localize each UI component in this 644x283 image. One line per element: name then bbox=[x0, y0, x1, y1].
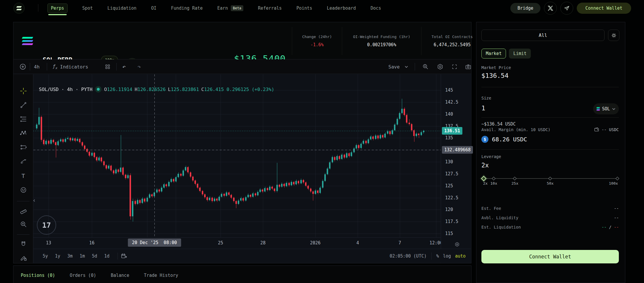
save-chevron-button[interactable] bbox=[405, 59, 408, 74]
percent-scale-toggle[interactable]: % bbox=[436, 253, 439, 259]
leverage-mark-100x[interactable] bbox=[616, 177, 619, 181]
ruler-tool[interactable] bbox=[20, 207, 27, 214]
market-filter-select[interactable]: All bbox=[481, 30, 605, 41]
connect-wallet-nav-button[interactable]: Connect Wallet bbox=[577, 3, 631, 14]
bottombar-divider bbox=[118, 253, 118, 260]
fullscreen-button[interactable] bbox=[452, 59, 457, 74]
tab-trade-history[interactable]: Trade History bbox=[144, 266, 178, 283]
chart-legend: SOL/USD · 4h · PYTH O126.11914H126.82652… bbox=[39, 86, 274, 92]
stat-col: Total OI Contracts6,474,252.5495 bbox=[421, 35, 483, 47]
bottombar-divider bbox=[431, 253, 432, 260]
nav-item-liquidation[interactable]: Liquidation bbox=[107, 6, 136, 11]
last-price-badge: 136.51 bbox=[442, 127, 462, 135]
candlestick-chart[interactable] bbox=[33, 74, 441, 237]
estimate-rows: Est. Fee--Avbl. Liquidity--Est. Liquidat… bbox=[481, 206, 619, 229]
brush-tool[interactable] bbox=[20, 158, 27, 165]
layout-grid-button[interactable] bbox=[105, 59, 111, 74]
x-social-button[interactable] bbox=[544, 2, 557, 15]
order-type-limit[interactable]: Limit bbox=[509, 49, 531, 59]
magnet-tool[interactable] bbox=[20, 241, 27, 248]
range-button-1m[interactable]: 1m bbox=[78, 253, 87, 260]
forecast-tool[interactable] bbox=[20, 144, 27, 151]
estimate-label: Est. Fee bbox=[481, 206, 501, 211]
time-axis[interactable]: 131622252820264712:0020 Dec '25 08:00 bbox=[33, 237, 441, 248]
usdc-icon: $ bbox=[481, 136, 488, 143]
indicators-button[interactable]: ƒx Indicators bbox=[53, 59, 88, 74]
estimate-row: Avbl. Liquidity-- bbox=[481, 215, 619, 220]
size-asset-label: SOL bbox=[602, 106, 610, 112]
app-logo[interactable] bbox=[13, 3, 25, 14]
interval-button[interactable]: 4h bbox=[34, 59, 39, 74]
trend-line-tool[interactable] bbox=[20, 102, 27, 109]
auto-scale-toggle[interactable]: auto bbox=[455, 253, 466, 259]
wallet-balance-value: -- USDC bbox=[602, 127, 619, 132]
size-asset-select[interactable]: SOL bbox=[593, 103, 619, 114]
undo-button[interactable]: ↶ bbox=[122, 59, 126, 74]
draw-lock-tool[interactable] bbox=[20, 254, 27, 261]
snapshot-camera-button[interactable] bbox=[465, 59, 471, 74]
market-status-icon[interactable] bbox=[95, 86, 101, 92]
chart-settings-button[interactable] bbox=[437, 59, 443, 74]
nav-item-referrals[interactable]: Referrals bbox=[258, 6, 282, 11]
pane-settings-icon[interactable] bbox=[454, 242, 460, 247]
leverage-slider[interactable] bbox=[484, 176, 617, 181]
leverage-mark-10x[interactable] bbox=[492, 177, 496, 181]
save-layout-button[interactable]: Save bbox=[388, 59, 400, 74]
nav-item-spot[interactable]: Spot bbox=[82, 6, 93, 11]
nav-item-funding-rate[interactable]: Funding Rate bbox=[171, 6, 203, 11]
nav-item-leaderboard[interactable]: Leaderboard bbox=[327, 6, 356, 11]
tab-balance[interactable]: Balance bbox=[111, 266, 129, 283]
range-button-1d[interactable]: 1d bbox=[102, 253, 111, 260]
nav-item-label: Perps bbox=[51, 6, 64, 11]
legend-ohlc-key: L bbox=[168, 87, 171, 92]
text-tool-tool[interactable]: T bbox=[21, 172, 25, 179]
zoom-in-tool[interactable] bbox=[20, 221, 27, 228]
leverage-mark-25x[interactable] bbox=[513, 177, 517, 181]
telegram-button[interactable] bbox=[560, 2, 573, 15]
fx-icon: ƒx bbox=[53, 64, 57, 70]
stat-value: -1.6% bbox=[310, 42, 323, 47]
x-logo-icon bbox=[547, 5, 553, 11]
tab-orders-0[interactable]: Orders (0) bbox=[70, 266, 96, 283]
nav-item-label: Points bbox=[296, 6, 312, 11]
log-scale-toggle[interactable]: log bbox=[443, 253, 451, 259]
nav-item-points[interactable]: Points bbox=[296, 6, 312, 11]
fib-retracement-tool[interactable] bbox=[20, 116, 27, 123]
rail-divider bbox=[17, 234, 30, 235]
size-input[interactable]: 1 bbox=[481, 104, 485, 112]
tradingview-watermark[interactable]: 17 bbox=[37, 215, 56, 235]
logo-slash-icon bbox=[16, 9, 22, 10]
range-button-5d[interactable]: 5d bbox=[90, 253, 99, 260]
estimate-label: Est. Liquidation bbox=[481, 225, 521, 229]
quick-search-button[interactable] bbox=[422, 59, 429, 74]
collapse-rail-arrow[interactable]: ‹ bbox=[33, 197, 36, 204]
toolbar-divider bbox=[415, 63, 415, 71]
nav-item-perps[interactable]: Perps bbox=[47, 4, 68, 13]
leverage-mark-50x[interactable] bbox=[548, 177, 552, 181]
legend-change-pct: (+0.23%) bbox=[252, 87, 274, 92]
order-type-market[interactable]: Market bbox=[481, 49, 506, 59]
bridge-button[interactable]: Bridge bbox=[510, 3, 540, 13]
drawing-toolbar: T bbox=[13, 74, 33, 263]
redo-button[interactable]: ↷ bbox=[137, 59, 141, 74]
range-button-3m[interactable]: 3m bbox=[66, 253, 74, 260]
chart-clock[interactable]: 02:05:00 (UTC) bbox=[390, 253, 426, 259]
nav-item-docs[interactable]: Docs bbox=[371, 6, 381, 11]
panel-settings-button[interactable] bbox=[608, 30, 619, 41]
nav-item-earn[interactable]: EarnBeta bbox=[217, 5, 243, 11]
emoji-tool[interactable] bbox=[20, 186, 27, 193]
crosshair-tool[interactable] bbox=[20, 87, 27, 95]
leverage-mark-label: 50x bbox=[547, 181, 553, 186]
go-to-date-icon[interactable] bbox=[121, 253, 127, 259]
price-axis[interactable]: 145142.5140137.5135130127.5125122.512011… bbox=[441, 74, 471, 263]
range-button-5y[interactable]: 5y bbox=[41, 253, 50, 260]
connect-wallet-button[interactable]: Connect Wallet bbox=[481, 250, 619, 263]
add-compare-button[interactable] bbox=[19, 59, 26, 74]
tab-positions-0[interactable]: Positions (0) bbox=[21, 266, 55, 283]
nav-items: PerpsSpotLiquidationOIFunding RateEarnBe… bbox=[47, 0, 381, 16]
leverage-mark-2x[interactable] bbox=[481, 176, 486, 181]
account-tabs: Positions (0)Orders (0)BalanceTrade Hist… bbox=[13, 265, 471, 283]
range-button-1y[interactable]: 1y bbox=[53, 253, 62, 260]
nav-item-oi[interactable]: OI bbox=[151, 6, 156, 11]
xabcd-pattern-tool[interactable] bbox=[20, 130, 27, 137]
